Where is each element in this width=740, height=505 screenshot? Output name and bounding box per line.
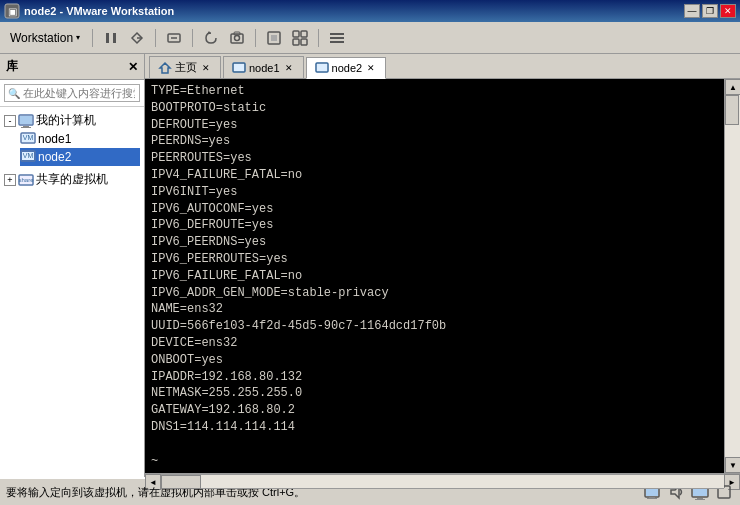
vm-icon-node2: VM [20, 149, 36, 165]
svg-rect-24 [20, 116, 32, 124]
terminal[interactable]: TYPE=Ethernet BOOTPROTO=static DEFROUTE=… [145, 79, 724, 473]
toolbar-separator-2 [155, 29, 156, 47]
tree-node-my-computer[interactable]: - 我的计算机 [4, 111, 140, 130]
vmware-icon: ▣ [4, 3, 20, 19]
tree-children: VM node1 VM node2 [20, 130, 140, 166]
pause-button[interactable] [99, 27, 123, 49]
toolbar: Workstation ▾ [0, 22, 740, 54]
svg-rect-13 [271, 35, 277, 41]
svg-rect-41 [649, 497, 655, 498]
svg-text:▣: ▣ [8, 6, 17, 17]
hscroll-thumb[interactable] [161, 475, 201, 489]
vm-tree: - 我的计算机 VM node1 [0, 107, 144, 477]
minimize-button[interactable]: — [684, 4, 700, 18]
tree-node-node2[interactable]: VM node2 [20, 148, 140, 166]
search-bar: 🔍 [0, 80, 144, 107]
svg-rect-18 [330, 33, 344, 35]
window-title: node2 - VMware Workstation [24, 5, 174, 17]
title-bar: ▣ node2 - VMware Workstation — ❐ ✕ [0, 0, 740, 22]
scroll-up-button[interactable]: ▲ [725, 79, 740, 95]
svg-rect-17 [301, 39, 307, 45]
svg-rect-46 [697, 498, 703, 499]
svg-text:VM: VM [23, 152, 34, 159]
snapshot-button[interactable] [225, 27, 249, 49]
settings-button[interactable] [325, 27, 349, 49]
unity-button[interactable] [288, 27, 312, 49]
svg-text:share: share [18, 177, 34, 183]
expand-shared-vms[interactable]: + [4, 174, 16, 186]
workstation-label: Workstation [10, 31, 73, 45]
send-ctrl-alt-del-button[interactable] [162, 27, 186, 49]
svg-rect-16 [293, 39, 299, 45]
svg-rect-3 [113, 33, 116, 43]
shared-vms-icon: share [18, 172, 34, 188]
svg-rect-36 [234, 64, 244, 71]
tree-node-node1[interactable]: VM node1 [20, 130, 140, 148]
tab-node2-label: node2 [332, 62, 363, 74]
svg-rect-42 [647, 498, 657, 499]
hscroll-track[interactable] [161, 474, 724, 489]
menu-chevron: ▾ [76, 33, 80, 42]
scroll-down-button[interactable]: ▼ [725, 457, 740, 473]
search-icon: 🔍 [8, 88, 20, 99]
tab-home[interactable]: 主页 ✕ [149, 56, 221, 78]
my-computer-label: 我的计算机 [36, 112, 96, 129]
sidebar-title: 库 [6, 58, 18, 75]
node2-label: node2 [38, 150, 71, 164]
expand-my-computer[interactable]: - [4, 115, 16, 127]
close-button[interactable]: ✕ [720, 4, 736, 18]
workstation-menu[interactable]: Workstation ▾ [4, 29, 86, 47]
shared-vms-label: 共享的虚拟机 [36, 171, 108, 188]
tree-node-shared-vms[interactable]: + share 共享的虚拟机 [4, 170, 140, 189]
vertical-scrollbar[interactable]: ▲ ▼ [724, 79, 740, 473]
restore-button[interactable]: ❐ [702, 4, 718, 18]
home-tab-icon [158, 61, 172, 75]
horizontal-scrollbar-row: ◄ ► [145, 473, 740, 489]
sidebar: 库 ✕ 🔍 - 我的计算机 [0, 54, 145, 477]
toolbar-separator-1 [92, 29, 93, 47]
tabs-bar: 主页 ✕ node1 ✕ node2 ✕ [145, 54, 740, 79]
toolbar-separator-4 [255, 29, 256, 47]
node1-label: node1 [38, 132, 71, 146]
title-bar-left: ▣ node2 - VMware Workstation [4, 3, 174, 19]
svg-rect-22 [23, 126, 29, 127]
node2-tab-icon [315, 61, 329, 75]
sidebar-header: 库 ✕ [0, 54, 144, 80]
terminal-row: TYPE=Ethernet BOOTPROTO=static DEFROUTE=… [145, 79, 740, 473]
tab-node1-close[interactable]: ✕ [283, 62, 295, 74]
scroll-track[interactable] [725, 95, 740, 457]
stop-button[interactable] [125, 27, 149, 49]
svg-text:VM: VM [23, 134, 34, 141]
vm-icon-node1: VM [20, 131, 36, 147]
scroll-thumb[interactable] [725, 95, 739, 125]
main-container: 库 ✕ 🔍 - 我的计算机 [0, 54, 740, 477]
view-full-screen-button[interactable] [262, 27, 286, 49]
content-area: 主页 ✕ node1 ✕ node2 ✕ [145, 54, 740, 477]
computer-icon [18, 113, 34, 129]
tab-node1-label: node1 [249, 62, 280, 74]
node1-tab-icon [232, 61, 246, 75]
svg-point-10 [235, 35, 240, 40]
svg-rect-15 [301, 31, 307, 37]
svg-marker-34 [160, 63, 170, 73]
title-controls: — ❐ ✕ [684, 4, 736, 18]
tab-home-label: 主页 [175, 60, 197, 75]
search-input[interactable] [4, 84, 140, 102]
svg-rect-23 [21, 127, 31, 128]
svg-rect-2 [106, 33, 109, 43]
sidebar-close-button[interactable]: ✕ [128, 60, 138, 74]
svg-rect-19 [330, 37, 344, 39]
svg-rect-47 [695, 499, 705, 500]
svg-rect-38 [317, 64, 327, 71]
tab-home-close[interactable]: ✕ [200, 62, 212, 74]
tab-node2-close[interactable]: ✕ [365, 62, 377, 74]
svg-rect-20 [330, 41, 344, 43]
tab-node1[interactable]: node1 ✕ [223, 56, 304, 78]
revert-button[interactable] [199, 27, 223, 49]
tab-node2[interactable]: node2 ✕ [306, 57, 387, 79]
toolbar-separator-5 [318, 29, 319, 47]
toolbar-separator-3 [192, 29, 193, 47]
svg-rect-14 [293, 31, 299, 37]
